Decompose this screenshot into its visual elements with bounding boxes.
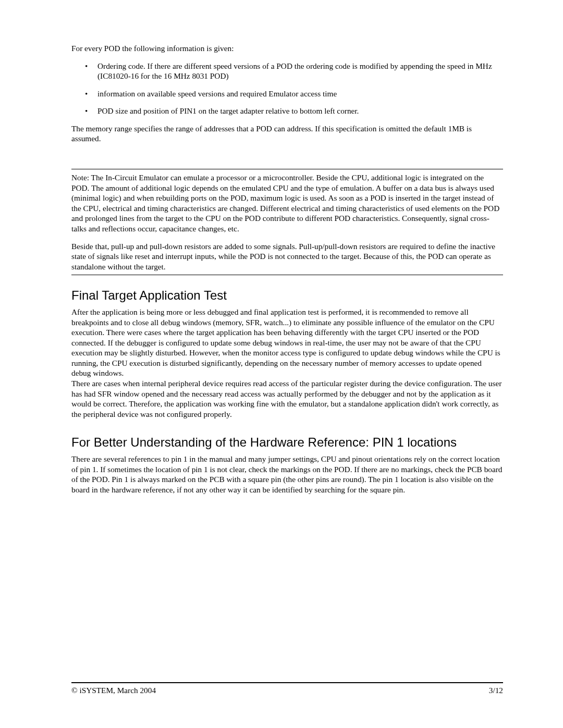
bullet-text-1: Ordering code. If there are different sp… <box>97 61 492 81</box>
bullet-item-2: • information on available speed version… <box>88 89 503 99</box>
note-paragraph-2: Beside that, pull-up and pull-down resis… <box>71 241 503 272</box>
bullet-item-3: • POD size and position of PIN1 on the t… <box>88 106 503 116</box>
footer-page-number: 3/12 <box>489 685 503 696</box>
bullet-item-1: • Ordering code. If there are different … <box>88 61 503 81</box>
section1-paragraph-2: There are cases when internal peripheral… <box>71 378 503 419</box>
bullet-dot-icon: • <box>85 106 88 116</box>
page-footer: © iSYSTEM, March 2004 3/12 <box>71 682 503 696</box>
section-heading-pin1: For Better Understanding of the Hardware… <box>71 435 503 451</box>
bullet-text-2: information on available speed versions … <box>97 89 337 98</box>
bullet-text-3: POD size and position of PIN1 on the tar… <box>97 106 359 115</box>
note-box: Note: The In-Circuit Emulator can emulat… <box>71 169 503 275</box>
section2-paragraph-1: There are several references to pin 1 in… <box>71 454 503 495</box>
footer-copyright: © iSYSTEM, March 2004 <box>71 685 156 696</box>
bullet-list: • Ordering code. If there are different … <box>71 61 503 116</box>
section1-paragraph-1: After the application is being more or l… <box>71 307 503 378</box>
section-heading-final-target: Final Target Application Test <box>71 288 503 304</box>
bullet-dot-icon: • <box>85 61 88 71</box>
after-list-paragraph: The memory range specifies the range of … <box>71 124 503 144</box>
intro-paragraph: For every POD the following information … <box>71 43 503 54</box>
bullet-dot-icon: • <box>85 89 88 99</box>
note-paragraph-1: Note: The In-Circuit Emulator can emulat… <box>71 172 503 233</box>
